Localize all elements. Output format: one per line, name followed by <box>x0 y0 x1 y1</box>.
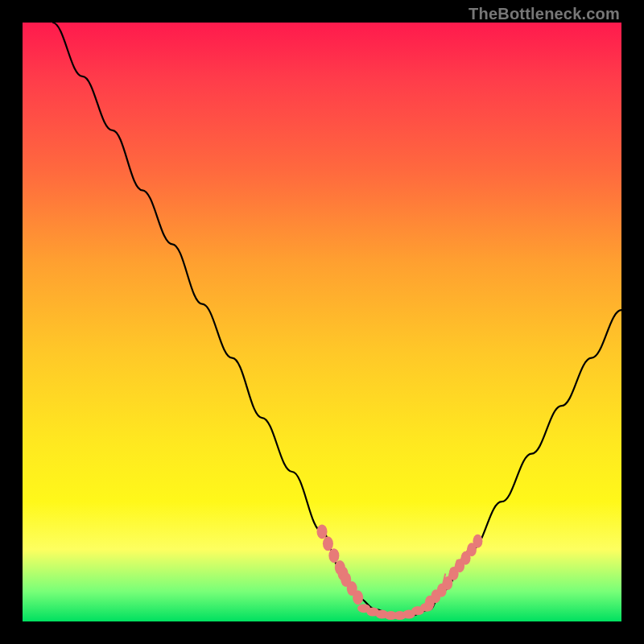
watermark-text: TheBottleneck.com <box>469 5 620 23</box>
curve-marker <box>323 536 333 551</box>
bottleneck-curve <box>52 23 621 616</box>
curve-marker <box>473 535 482 548</box>
chart-svg <box>23 23 621 621</box>
chart-plot-area <box>23 23 621 621</box>
curve-marker <box>353 590 363 605</box>
curve-marker <box>317 524 328 539</box>
curve-markers <box>317 524 483 620</box>
curve-marker <box>328 548 339 563</box>
